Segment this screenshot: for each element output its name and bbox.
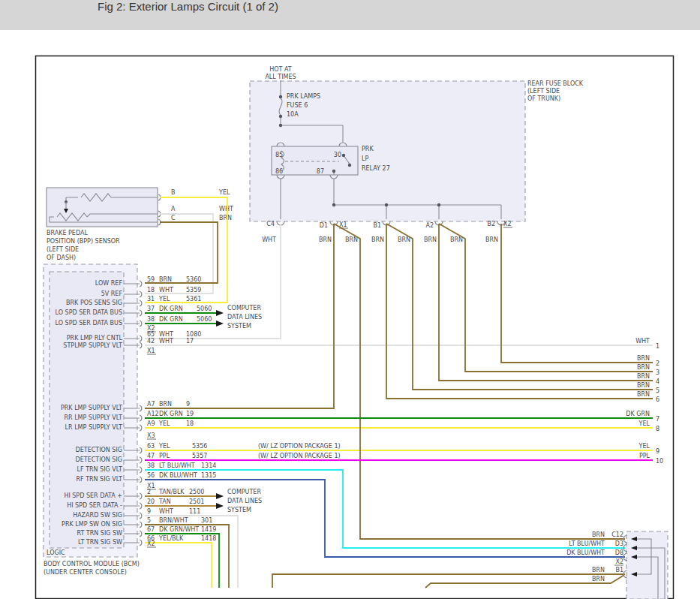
svg-text:OF DASH): OF DASH)	[47, 254, 76, 261]
svg-text:PPL: PPL	[159, 453, 170, 459]
svg-text:A9: A9	[147, 420, 155, 427]
svg-text:SYSTEM: SYSTEM	[227, 507, 251, 513]
svg-text:WHT: WHT	[159, 331, 173, 338]
svg-text:DETECTION SIG: DETECTION SIG	[76, 447, 122, 453]
wiring-diagram: REAR FUSE BLOCK (LEFT SIDE OF TRUNK) LOG…	[0, 0, 700, 599]
svg-text:BRN: BRN	[424, 236, 437, 243]
bpp-sensor: B A C YEL WHT BRN BRAKE PEDAL POSITION (…	[47, 188, 233, 261]
svg-text:COMPUTER: COMPUTER	[227, 489, 261, 495]
svg-text:FUSE 6: FUSE 6	[287, 102, 308, 109]
svg-text:7: 7	[656, 416, 659, 423]
hot-at-label: HOT AT	[269, 66, 292, 73]
svg-text:2: 2	[147, 489, 151, 495]
svg-text:YEL: YEL	[638, 443, 650, 450]
pin-c4: C4	[266, 221, 275, 227]
svg-text:HI SPD SER DATA +: HI SPD SER DATA +	[64, 492, 122, 499]
svg-text:LP: LP	[362, 155, 368, 162]
svg-text:31: 31	[147, 296, 155, 303]
svg-text:1080: 1080	[186, 331, 201, 338]
stub-color: WHT	[262, 236, 276, 243]
svg-text:RT TRN SIG SW: RT TRN SIG SW	[77, 530, 122, 537]
svg-text:WHT: WHT	[635, 338, 650, 345]
svg-text:STPLMP SUPPLY VLT: STPLMP SUPPLY VLT	[63, 342, 122, 349]
bpp-pin-c: C	[171, 215, 176, 221]
svg-text:OF TRUNK): OF TRUNK)	[527, 95, 560, 102]
svg-text:POSITION (BPP) SENSOR: POSITION (BPP) SENSOR	[47, 238, 120, 245]
svg-text:BRN: BRN	[592, 567, 605, 573]
svg-text:1: 1	[656, 343, 659, 350]
svg-text:BRN: BRN	[592, 531, 605, 538]
svg-text:1315: 1315	[201, 472, 216, 479]
svg-text:BRN: BRN	[485, 236, 498, 243]
svg-text:5361: 5361	[186, 296, 201, 303]
option-note: (W/ LZ OPTION PACKAGE 1)	[258, 453, 341, 459]
svg-text:BRN: BRN	[159, 401, 172, 408]
svg-text:DETECTION SIG: DETECTION SIG	[76, 456, 122, 463]
svg-text:WHT: WHT	[159, 287, 173, 293]
svg-text:3: 3	[656, 369, 659, 376]
svg-text:X2: X2	[147, 540, 155, 547]
svg-text:10A: 10A	[287, 111, 299, 118]
svg-text:5: 5	[147, 517, 151, 524]
svg-text:YEL: YEL	[638, 420, 650, 427]
bpp-wire-yel: YEL	[218, 189, 230, 196]
svg-text:COMPUTER: COMPUTER	[227, 305, 261, 312]
svg-text:1418: 1418	[201, 535, 216, 542]
svg-text:(LEFT SIDE: (LEFT SIDE	[527, 88, 560, 95]
svg-text:WHT: WHT	[159, 508, 173, 515]
svg-text:2501: 2501	[189, 498, 204, 505]
svg-text:BRN: BRN	[371, 236, 384, 243]
svg-text:HI SPD SER DATA -: HI SPD SER DATA -	[67, 502, 122, 509]
svg-text:PPL: PPL	[639, 453, 650, 459]
svg-text:BRN: BRN	[637, 391, 650, 398]
svg-text:YEL/BLK: YEL/BLK	[158, 535, 184, 542]
svg-text:BRN/WHT: BRN/WHT	[159, 517, 188, 524]
right-edge-stubs: WHT 1 BRN 2 BRN 3 BRN 4 BRN 5 BRN 6 DK G…	[626, 338, 663, 465]
bcm-name: BODY CONTROL MODULE (BCM)	[44, 561, 140, 567]
svg-text:65: 65	[147, 331, 155, 338]
svg-text:1419: 1419	[201, 526, 216, 533]
svg-text:RR LMP SUPPLY VLT: RR LMP SUPPLY VLT	[64, 414, 122, 421]
svg-text:DK GRN: DK GRN	[159, 316, 183, 323]
svg-text:42: 42	[147, 338, 155, 345]
svg-text:C12: C12	[611, 531, 623, 538]
svg-text:LT BLU/WHT: LT BLU/WHT	[569, 540, 605, 547]
svg-text:A7: A7	[147, 401, 155, 408]
svg-text:BRN: BRN	[637, 364, 650, 371]
svg-text:X2: X2	[615, 558, 623, 565]
svg-text:BRN: BRN	[319, 236, 332, 243]
bottom-right-connector	[626, 531, 668, 599]
svg-text:2500: 2500	[189, 489, 204, 495]
pin-x2: X2	[503, 221, 512, 227]
bpp-wire-wht: WHT	[219, 206, 233, 212]
svg-text:RELAY 27: RELAY 27	[362, 165, 390, 172]
svg-text:DATA LINES: DATA LINES	[227, 314, 262, 321]
svg-text:BRN: BRN	[450, 236, 463, 243]
svg-text:BRN: BRN	[345, 236, 358, 243]
svg-text:38: 38	[147, 462, 155, 469]
computer-data-lines-callout: COMPUTER DATA LINES SYSTEM COMPUTER DATA…	[216, 305, 262, 513]
bpp-wire-brn: BRN	[219, 215, 232, 221]
svg-text:LT TRN SIG SW: LT TRN SIG SW	[78, 539, 122, 546]
svg-text:BRN: BRN	[159, 276, 172, 283]
svg-text:LO SPD SER DATA BUS: LO SPD SER DATA BUS	[56, 320, 122, 327]
svg-text:YEL: YEL	[158, 443, 170, 450]
relay-pin-86: 86	[275, 168, 283, 175]
svg-text:RF TRN SIG VLT: RF TRN SIG VLT	[76, 476, 122, 483]
svg-text:2: 2	[656, 360, 659, 367]
svg-text:TAN/BLK: TAN/BLK	[158, 489, 185, 495]
svg-text:20: 20	[147, 498, 155, 505]
svg-text:9: 9	[186, 401, 190, 408]
svg-text:(UNDER CENTER CONSOLE): (UNDER CENTER CONSOLE)	[44, 569, 127, 576]
svg-text:BRN: BRN	[637, 382, 650, 389]
svg-text:19: 19	[186, 411, 194, 417]
svg-text:5356: 5356	[192, 443, 207, 450]
svg-text:BRN: BRN	[637, 355, 650, 362]
svg-text:LF TRN SIG VLT: LF TRN SIG VLT	[77, 466, 123, 473]
option-note: (W/ LZ OPTION PACKAGE 1)	[258, 443, 341, 450]
relay-pin-30: 30	[334, 152, 341, 158]
svg-text:YEL: YEL	[158, 296, 170, 303]
svg-text:D8: D8	[615, 549, 623, 556]
svg-text:10: 10	[656, 458, 663, 465]
svg-text:1314: 1314	[201, 462, 216, 469]
